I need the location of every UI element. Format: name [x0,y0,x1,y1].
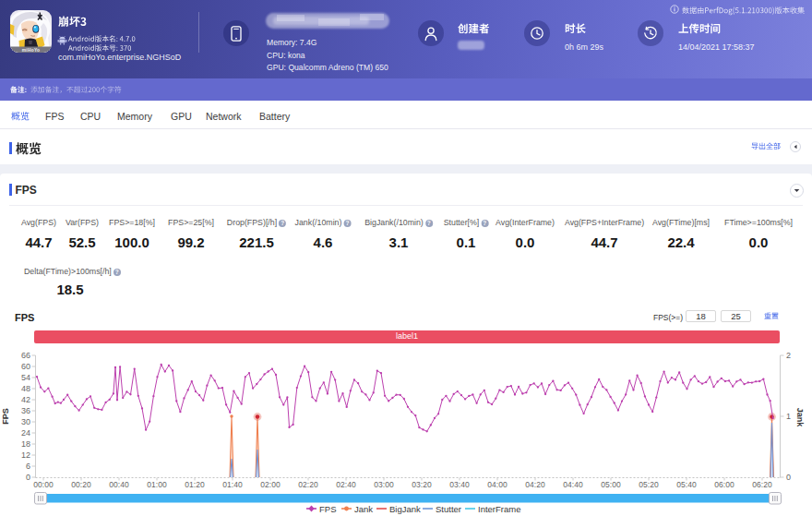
svg-text:0: 0 [786,473,791,482]
svg-text:01:20: 01:20 [185,480,205,489]
svg-text:FPS: FPS [319,504,336,514]
svg-text:04:00: 04:00 [487,480,508,489]
svg-text:12: 12 [21,450,30,460]
svg-text:01:00: 01:00 [147,480,167,489]
svg-text:02:20: 02:20 [298,480,318,489]
svg-text:2: 2 [786,351,791,360]
svg-text:03:00: 03:00 [374,480,394,489]
svg-text:30: 30 [21,417,30,426]
svg-text:06:20: 06:20 [752,480,772,489]
svg-text:00:20: 00:20 [71,480,91,489]
svg-text:05:00: 05:00 [601,480,621,489]
svg-text:66: 66 [21,351,30,360]
svg-text:FPS: FPS [1,408,10,425]
svg-text:36: 36 [21,406,30,415]
svg-text:18: 18 [21,439,30,449]
svg-text:Stutter: Stutter [436,504,461,514]
svg-text:0: 0 [26,473,30,482]
svg-text:01:40: 01:40 [222,480,243,489]
svg-text:InterFrame: InterFrame [478,504,520,514]
svg-text:03:40: 03:40 [449,480,470,489]
svg-text:Jank: Jank [795,408,805,428]
svg-text:04:20: 04:20 [525,480,545,489]
svg-text:1: 1 [786,412,791,421]
svg-text:06:00: 06:00 [714,480,734,489]
svg-text:02:40: 02:40 [336,480,356,489]
svg-text:24: 24 [21,428,30,438]
svg-text:48: 48 [21,384,30,393]
svg-text:00:00: 00:00 [33,480,54,489]
svg-text:6: 6 [26,462,30,471]
svg-text:42: 42 [21,395,30,404]
svg-text:05:20: 05:20 [639,480,659,489]
svg-text:04:40: 04:40 [563,480,583,489]
svg-text:54: 54 [21,373,30,382]
svg-text:05:40: 05:40 [676,480,697,489]
svg-text:02:00: 02:00 [260,480,281,489]
svg-text:Jank: Jank [354,504,373,514]
svg-text:03:20: 03:20 [412,480,432,489]
svg-text:60: 60 [21,362,30,371]
svg-text:00:40: 00:40 [109,480,129,489]
svg-text:BigJank: BigJank [389,504,421,514]
